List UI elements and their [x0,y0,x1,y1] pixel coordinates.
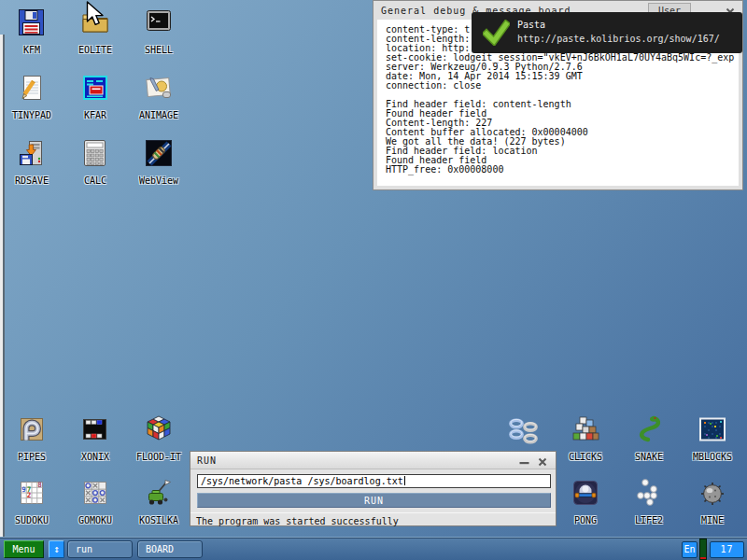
desktop-icon-label: RDSAVE [15,176,49,186]
desktop-icon-label: SUDOKU [15,516,49,525]
life-icon [633,478,665,508]
run-dialog-window: RUN /sys/network/pasta /sys/boardlog.txt… [190,451,557,526]
desktop-icon-label: PIPES [18,453,46,462]
savedisk-icon [16,138,48,168]
filemanager-icon [79,73,111,103]
desktop-icon-grid-bottom-right: CLICKSSNAKEMBLOCKSPONGLIFE2MINE [554,412,744,539]
resistor-icon [143,138,175,168]
notepad-icon [16,73,48,103]
desktop-icon-sudoku[interactable]: 8972SUDOKU [0,475,63,539]
desktop-icon-mine[interactable]: MINE [681,475,744,539]
desktop-icon-label: LIFE2 [635,516,663,525]
desktop-icon-label: EOLITE [78,46,112,55]
menu-button[interactable]: Menu [4,540,44,558]
desktop-icon-label: CALC [84,176,106,186]
desktop-icon-shell[interactable]: SHELL [127,5,190,70]
desktop-icon-label: SNAKE [635,453,663,462]
desktop-icon-label: SHELL [145,46,173,55]
snake-icon [633,414,665,444]
desktop-icon-label: XONIX [81,453,109,462]
desktop-icon-grid-bottom-left: PIPESXONIXFLOOD-IT8972SUDOKUGOMOKUKOSILK… [0,412,190,539]
clicks-icon [570,414,601,444]
desktop-icon-tinypad[interactable]: TINYPAD [0,70,63,135]
desktop-icon-label: GOMOKU [78,516,112,525]
run-window-titlebar[interactable]: RUN [190,452,556,469]
clock[interactable]: 17 15 [710,541,744,558]
notification-message: http://paste.kolibrios.org/show/167/ [517,34,720,44]
desktop-icon-label: KFAR [84,111,106,120]
mine-icon [697,478,728,508]
mouse-cursor [86,1,106,33]
desktop-icon-label: CLICKS [569,453,602,462]
reversi-icon [507,431,539,449]
paint-icon [143,73,175,103]
gomoku-icon [79,478,111,508]
desktop-icon-label: MBLOCKS [693,453,732,462]
desktop-icon-label: TINYPAD [12,111,51,120]
desktop-icon-webview[interactable]: WebView [127,135,190,201]
cpu-load-indicator[interactable] [699,539,707,560]
svg-text:8: 8 [37,481,42,489]
language-indicator-button[interactable]: En [682,541,698,558]
desktop-icon-kfm[interactable]: KFM [0,5,63,70]
desktop-icon-label: MINE [701,516,724,525]
sudoku-icon: 8972 [16,478,48,508]
taskbar: Menu ↕ run BOARD En 17 15 [0,537,747,560]
desktop-icon-label: KOSILKA [139,516,178,525]
terminal-icon [143,7,175,37]
mower-icon [143,478,175,508]
svg-text:2: 2 [27,491,32,499]
minimize-icon[interactable] [517,455,530,467]
desktop-icon-label: ANIMAGE [139,111,178,120]
pong-icon [570,478,601,508]
notification-title: Pasta [517,20,545,30]
desktop-icon-calc[interactable]: CALC [63,135,127,201]
mblocks-icon [697,414,728,444]
desktop-icon-grid-top: KFMEOLITESHELLTINYPADKFARANIMAGERDSAVECA… [0,5,190,201]
floppy-icon [16,7,48,37]
desktop-icon-snake[interactable]: SNAKE [617,412,681,475]
desktop-icon-clicks[interactable]: CLICKS [554,412,617,475]
pipes-icon [16,414,48,444]
desktop-icon-unlabeled[interactable] [507,415,539,445]
notification-toast[interactable]: Pasta http://paste.kolibrios.org/show/16… [472,12,742,53]
desktop-icon-label: KFM [23,46,40,55]
desktop-icon-rdsave[interactable]: RDSAVE [0,135,63,201]
desktop-icon-xonix[interactable]: XONIX [63,412,127,475]
success-check-icon [483,20,510,49]
close-icon[interactable] [536,455,549,467]
desktop-icon-label: FLOOD-IT [136,453,181,462]
desktop: KFMEOLITESHELLTINYPADKFARANIMAGERDSAVECA… [0,0,747,560]
desktop-icon-label: WebView [139,176,178,186]
desktop-icon-pipes[interactable]: PIPES [0,412,63,475]
run-button[interactable]: RUN [197,493,551,508]
desktop-icon-label: PONG [574,516,597,525]
desktop-icon-pong[interactable]: PONG [554,475,617,539]
desktop-icon-mblocks[interactable]: MBLOCKS [681,412,744,475]
text-caret [404,476,405,485]
xonix-icon [79,414,111,444]
taskbar-task-run[interactable]: run [67,540,133,558]
desktop-icon-kosilka[interactable]: KOSILKA [127,475,190,539]
desktop-icon-gomoku[interactable]: GOMOKU [63,475,127,539]
desktop-icon-kfar[interactable]: KFAR [63,70,127,135]
run-window-title: RUN [197,455,217,466]
desktop-icon-life2[interactable]: LIFE2 [617,475,681,539]
run-command-input[interactable]: /sys/network/pasta /sys/boardlog.txt [197,474,551,488]
separator [190,512,556,513]
desktop-icon-animage[interactable]: ANIMAGE [127,70,190,135]
calculator-icon [79,138,111,168]
cube-icon [143,414,175,444]
cpu-load-red-bar [700,557,706,559]
updown-arrow-button[interactable]: ↕ [49,540,64,558]
desktop-icon-flood-it[interactable]: FLOOD-IT [127,412,190,475]
run-status-text: The program was started successfully [196,516,399,526]
svg-text:9: 9 [21,485,26,494]
taskbar-task-board[interactable]: BOARD [137,540,203,558]
